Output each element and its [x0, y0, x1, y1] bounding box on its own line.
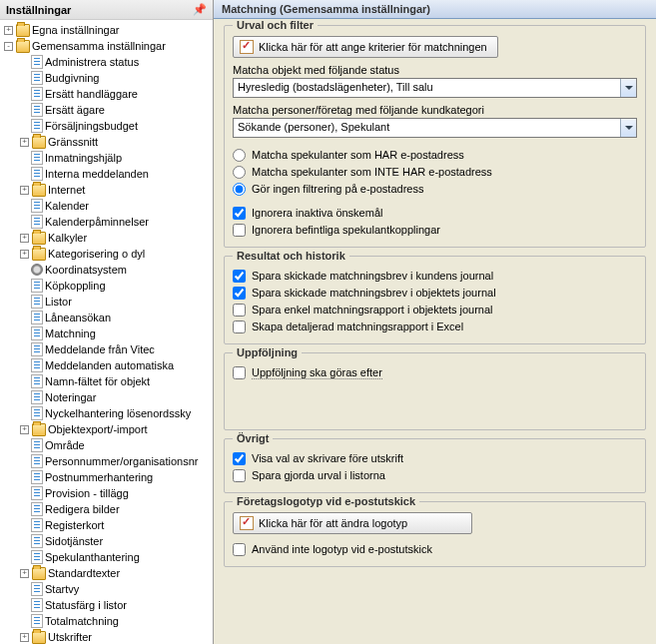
- tree-item-gemensamma-inst-llningar[interactable]: -Gemensamma inställningar: [2, 38, 213, 54]
- tree-item-egna-inst-llningar[interactable]: +Egna inställningar: [2, 22, 213, 38]
- radio-har-epost[interactable]: [233, 149, 246, 162]
- tree-item-listor[interactable]: Listor: [2, 294, 213, 310]
- tree-item-label: Kategorisering o dyl: [48, 248, 145, 260]
- tree-item-internet[interactable]: +Internet: [2, 182, 213, 198]
- tree-item-label: Sidotjänster: [45, 535, 103, 547]
- page-icon: [31, 87, 43, 101]
- chk-detaljerad-excel[interactable]: [233, 321, 246, 333]
- page-icon: [31, 342, 43, 356]
- chk-ignorera-befintliga[interactable]: [233, 224, 246, 237]
- tree-item-postnummerhantering[interactable]: Postnummerhantering: [2, 469, 213, 485]
- chk-kundens-journal[interactable]: [233, 270, 246, 283]
- expand-icon[interactable]: +: [4, 26, 13, 35]
- tree-item-ers-tt-handl-ggare[interactable]: Ersätt handläggare: [2, 86, 213, 102]
- tree-item-registerkort[interactable]: Registerkort: [2, 517, 213, 533]
- chk-uppfoljning-efter[interactable]: [233, 366, 246, 379]
- tree-item-sidotj-nster[interactable]: Sidotjänster: [2, 533, 213, 549]
- page-icon: [31, 534, 43, 548]
- page-icon: [31, 390, 43, 404]
- radio-inte-har-epost[interactable]: [233, 166, 246, 179]
- radio-label: Matcha spekulanter som INTE HAR e-postad…: [252, 166, 492, 178]
- tree-item-label: Koordinatsystem: [45, 264, 127, 276]
- chevron-down-icon[interactable]: [620, 119, 636, 137]
- chk-spara-urval[interactable]: [233, 469, 246, 482]
- radio-label: Gör ingen filtrering på e-postadress: [252, 183, 423, 195]
- tree-item-label: Område: [45, 439, 85, 451]
- criteria-button[interactable]: Klicka här för att ange kriterier för ma…: [233, 36, 498, 58]
- tree-item-label: Budgivning: [45, 72, 99, 84]
- page-icon: [31, 518, 43, 532]
- tree-item-kalenderp-minnelser[interactable]: Kalenderpåminnelser: [2, 214, 213, 230]
- tree-item-budgivning[interactable]: Budgivning: [2, 70, 213, 86]
- tree-item-standardtexter[interactable]: +Standardtexter: [2, 565, 213, 581]
- kategori-select[interactable]: Sökande (personer), Spekulant: [233, 118, 637, 138]
- tree-item-kategorisering-o-dyl[interactable]: +Kategorisering o dyl: [2, 246, 213, 262]
- expand-icon[interactable]: +: [20, 425, 29, 434]
- chk-label: Spara skickade matchningsbrev i objektet…: [252, 287, 496, 299]
- expand-icon[interactable]: +: [20, 633, 29, 642]
- expand-icon[interactable]: +: [20, 138, 29, 147]
- tree-item-label: Listor: [45, 296, 72, 308]
- tree-item-utskrifter[interactable]: +Utskrifter: [2, 629, 213, 644]
- page-icon: [31, 470, 43, 484]
- tree-item-startvy[interactable]: Startvy: [2, 581, 213, 597]
- chk-ignorera-inaktiva[interactable]: [233, 207, 246, 220]
- status-select[interactable]: Hyresledig (bostadslägenheter), Till sal…: [233, 78, 637, 98]
- tree-item-nyckelhantering-l-senordssky[interactable]: Nyckelhantering lösenordssky: [2, 405, 213, 421]
- tree-item-omr-de[interactable]: Område: [2, 437, 213, 453]
- tree-item-redigera-bilder[interactable]: Redigera bilder: [2, 501, 213, 517]
- tree-item-inmatningshj-lp[interactable]: Inmatningshjälp: [2, 150, 213, 166]
- tree-item-l-neans-kan[interactable]: Låneansökan: [2, 310, 213, 325]
- tree-item-label: Namn-fältet för objekt: [45, 375, 150, 387]
- tree-item-noteringar[interactable]: Noteringar: [2, 389, 213, 405]
- chk-label: Uppföljning ska göras efter: [252, 366, 382, 379]
- tree-item-label: Låneansökan: [45, 312, 111, 323]
- tree-item-spekulanthantering[interactable]: Spekulanthantering: [2, 549, 213, 565]
- change-logo-button[interactable]: Klicka här för att ändra logotyp: [233, 512, 472, 534]
- tree-item-kalender[interactable]: Kalender: [2, 198, 213, 214]
- tree-item-k-pkoppling[interactable]: Köpkoppling: [2, 278, 213, 294]
- tree-item-gr-nssnitt[interactable]: +Gränssnitt: [2, 134, 213, 150]
- tree-item-label: Statusfärg i listor: [45, 599, 127, 611]
- tree-item-objektexport-import[interactable]: +Objektexport/-import: [2, 421, 213, 437]
- tree-item-administrera-status[interactable]: Administrera status: [2, 54, 213, 70]
- folder-icon: [32, 567, 46, 580]
- chk-enkel-rapport[interactable]: [233, 304, 246, 317]
- expand-icon[interactable]: +: [20, 234, 29, 243]
- chk-label: Ignorera befintliga spekulantkopplingar: [252, 224, 440, 236]
- tree-item-label: Interna meddelanden: [45, 168, 149, 180]
- tree-item-matchning[interactable]: Matchning: [2, 325, 213, 341]
- tree-item-totalmatchning[interactable]: Totalmatchning: [2, 613, 213, 629]
- tree-item-interna-meddelanden[interactable]: Interna meddelanden: [2, 166, 213, 182]
- tree-item-meddelanden-automatiska[interactable]: Meddelanden automatiska: [2, 357, 213, 373]
- tree-item-statusf-rg-i-listor[interactable]: Statusfärg i listor: [2, 597, 213, 613]
- expand-icon[interactable]: +: [20, 569, 29, 578]
- tree-item-meddelande-fr-n-vitec[interactable]: Meddelande från Vitec: [2, 341, 213, 357]
- collapse-icon[interactable]: -: [4, 42, 13, 51]
- tree-item-label: Gemensamma inställningar: [32, 40, 166, 52]
- chk-label: Spara enkel matchningsrapport i objektet…: [252, 304, 493, 316]
- pin-icon[interactable]: 📌: [193, 3, 207, 16]
- radio-ingen-filtrering[interactable]: [233, 183, 246, 196]
- check-icon: [240, 516, 254, 530]
- chk-visa-skrivare[interactable]: [233, 452, 246, 465]
- tree-item-koordinatsystem[interactable]: Koordinatsystem: [2, 262, 213, 278]
- group-ovrigt: Övrigt Visa val av skrivare före utskrif…: [224, 438, 646, 493]
- tree-item-namn-f-ltet-f-r-objekt[interactable]: Namn-fältet för objekt: [2, 373, 213, 389]
- settings-tree[interactable]: +Egna inställningar-Gemensamma inställni…: [0, 20, 213, 644]
- expand-icon[interactable]: +: [20, 250, 29, 259]
- tree-item-provision-till-gg[interactable]: Provision - tillägg: [2, 485, 213, 501]
- tree-item-ers-tt-gare[interactable]: Ersätt ägare: [2, 102, 213, 118]
- chevron-down-icon[interactable]: [620, 79, 636, 97]
- page-icon: [31, 199, 43, 213]
- chk-anvand-inte-logotyp[interactable]: [233, 543, 246, 556]
- tree-item-personnummer-organisationsnr[interactable]: Personnummer/organisationsnr: [2, 453, 213, 469]
- tree-item-label: Meddelanden automatiska: [45, 359, 174, 371]
- tree-item-label: Spekulanthantering: [45, 551, 140, 563]
- page-icon: [31, 502, 43, 516]
- chk-objektets-journal[interactable]: [233, 287, 246, 300]
- tree-item-f-rs-ljningsbudget[interactable]: Försäljningsbudget: [2, 118, 213, 134]
- expand-icon[interactable]: +: [20, 186, 29, 195]
- tree-item-kalkyler[interactable]: +Kalkyler: [2, 230, 213, 246]
- left-panel-header: Inställningar 📌: [0, 0, 213, 20]
